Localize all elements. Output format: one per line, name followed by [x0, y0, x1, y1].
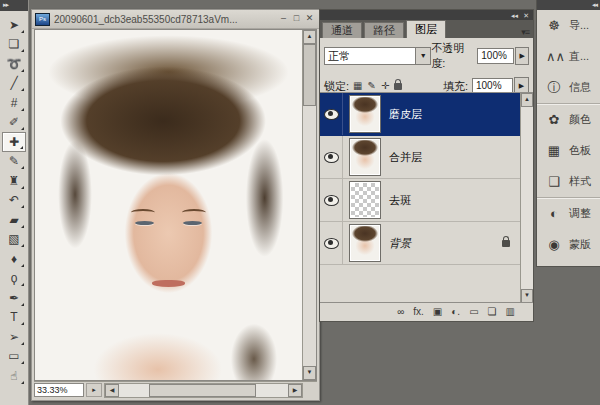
- layer-thumbnail[interactable]: [349, 95, 381, 133]
- tool-icon: ▭: [8, 350, 19, 362]
- opacity-label: 不透明度:: [431, 41, 473, 71]
- panel-grab-bar[interactable]: ◂◂ ✕: [320, 10, 533, 20]
- dock-label: 样式: [569, 174, 591, 189]
- dock-label: 调整: [569, 206, 591, 221]
- move-tool[interactable]: ➤: [2, 15, 26, 35]
- scroll-down-button[interactable]: ▼: [303, 366, 316, 380]
- navigator-panel[interactable]: ☸ 导...: [537, 10, 600, 41]
- history-brush-tool[interactable]: ↶: [2, 191, 26, 211]
- layer-thumbnail[interactable]: [349, 224, 381, 262]
- layer-scroll-track[interactable]: [521, 107, 533, 289]
- tool-icon: T: [10, 311, 17, 323]
- layer-mask-icon[interactable]: ▣: [433, 307, 442, 317]
- canvas-area[interactable]: [35, 30, 302, 380]
- lock-position-icon[interactable]: ✛: [381, 81, 389, 91]
- vertical-scrollbar[interactable]: ▲ ▼: [302, 30, 316, 380]
- opacity-field[interactable]: 100%: [477, 48, 514, 64]
- close-icon[interactable]: ✕: [523, 12, 529, 19]
- shape-tool[interactable]: ▭: [2, 347, 26, 367]
- link-layers-icon[interactable]: ∞: [397, 307, 404, 317]
- tool-list: ➤ ❏ ➰ ╱ # ✐: [0, 11, 28, 386]
- delete-layer-icon[interactable]: ▥: [506, 307, 515, 317]
- type-tool[interactable]: T: [2, 308, 26, 328]
- tool-icon: ╱: [10, 77, 17, 89]
- visibility-toggle[interactable]: [320, 222, 343, 264]
- tool-icon: ϙ: [11, 272, 18, 284]
- layer-list-scrollbar[interactable]: ▲ ▼: [520, 93, 533, 303]
- rectangular-marquee-tool[interactable]: ❏: [2, 35, 26, 55]
- layer-style-icon[interactable]: fx.: [413, 307, 424, 317]
- zoom-level-field[interactable]: 33.33%: [34, 383, 84, 397]
- layer-thumbnail[interactable]: [349, 181, 381, 219]
- lock-transparency-icon[interactable]: ▦: [353, 81, 362, 91]
- new-layer-icon[interactable]: ❏: [488, 307, 497, 317]
- scroll-left-button[interactable]: ◀: [105, 384, 119, 397]
- lock-paint-icon[interactable]: ✎: [368, 81, 376, 91]
- close-button[interactable]: ✕: [303, 13, 316, 25]
- dock-collapse-bar[interactable]: ◂◂: [537, 0, 600, 10]
- healing-brush-tool[interactable]: ✚: [2, 132, 26, 152]
- status-flag-icon[interactable]: ▸: [86, 383, 102, 397]
- visibility-toggle[interactable]: [320, 179, 343, 221]
- crop-tool[interactable]: #: [2, 93, 26, 113]
- document-titlebar[interactable]: Ps 20090601_dcb3eab55350cd78713aVm... – …: [32, 10, 319, 29]
- layer-thumbnail[interactable]: [349, 138, 381, 176]
- panel-tab[interactable]: 路径: [364, 22, 404, 38]
- visibility-toggle[interactable]: [320, 136, 343, 178]
- vertical-scroll-track[interactable]: [303, 44, 316, 366]
- horizontal-scroll-track[interactable]: [119, 384, 288, 397]
- swatches-panel[interactable]: ▦ 色板: [537, 135, 600, 166]
- slice-tool[interactable]: ╱: [2, 74, 26, 94]
- panel-tabs: 通道 路径 图层: [320, 20, 533, 38]
- styles-panel[interactable]: ❑ 样式: [537, 166, 600, 197]
- path-selection-tool[interactable]: ➢: [2, 327, 26, 347]
- brush-tool[interactable]: ✎: [2, 152, 26, 172]
- layer-row[interactable]: 磨皮层: [320, 93, 520, 136]
- photo-eye: [135, 221, 154, 225]
- vertical-scroll-thumb[interactable]: [303, 44, 316, 106]
- gradient-tool[interactable]: ▧: [2, 230, 26, 250]
- horizontal-scroll-thumb[interactable]: [149, 384, 256, 397]
- lock-icons: ▦ ✎ ✛: [353, 81, 402, 91]
- panel-tab[interactable]: 图层: [406, 20, 446, 38]
- minimize-button[interactable]: –: [277, 13, 290, 25]
- layers-panel: ◂◂ ✕ 通道 路径 图层 ▾≡ 正常 ▼ 不透明度: 100% ▶ 锁定:: [319, 9, 534, 322]
- adjustment-layer-icon[interactable]: ◐.: [451, 307, 460, 317]
- layer-name: 磨皮层: [389, 107, 422, 122]
- collapse-arrows-icon[interactable]: ◂◂: [511, 12, 518, 19]
- blend-mode-select[interactable]: 正常 ▼: [324, 47, 431, 65]
- layer-row[interactable]: 合并层: [320, 136, 520, 179]
- eraser-tool[interactable]: ▰: [2, 210, 26, 230]
- lasso-tool[interactable]: ➰: [2, 54, 26, 74]
- new-group-icon[interactable]: ▭: [469, 307, 478, 317]
- color-panel[interactable]: ✿ 颜色: [537, 103, 600, 135]
- histogram-icon: ∧∧: [546, 50, 562, 63]
- toolbox-collapse-bar[interactable]: ▸▸: [0, 0, 28, 11]
- eye-icon: [324, 109, 339, 120]
- hand-tool[interactable]: ☝: [2, 366, 26, 386]
- dodge-tool[interactable]: ϙ: [2, 269, 26, 289]
- layer-row[interactable]: 去斑: [320, 179, 520, 222]
- scroll-right-button[interactable]: ▶: [288, 384, 302, 397]
- layer-row[interactable]: 背景: [320, 222, 520, 265]
- lock-all-icon[interactable]: [394, 83, 402, 90]
- scroll-up-button[interactable]: ▲: [303, 30, 316, 44]
- panel-tab[interactable]: 通道: [322, 22, 362, 38]
- masks-panel[interactable]: ◉ 蒙版: [537, 229, 600, 260]
- blur-tool[interactable]: ♦: [2, 249, 26, 269]
- scroll-up-button[interactable]: ▲: [521, 93, 533, 107]
- adjustments-panel[interactable]: ◐ 调整: [537, 197, 600, 229]
- maximize-button[interactable]: □: [290, 13, 303, 25]
- adjustments-icon: ◐: [546, 207, 562, 220]
- horizontal-scrollbar[interactable]: ◀ ▶: [104, 383, 303, 398]
- clone-stamp-tool[interactable]: ♜: [2, 171, 26, 191]
- visibility-toggle[interactable]: [320, 93, 343, 135]
- scroll-down-button[interactable]: ▼: [521, 289, 533, 303]
- histogram-panel[interactable]: ∧∧ 直...: [537, 41, 600, 72]
- eyedropper-tool[interactable]: ✐: [2, 113, 26, 133]
- document-body: ▲ ▼: [34, 29, 317, 381]
- toolbox: ▸▸ ➤ ❏ ➰ ╱ #: [0, 0, 29, 405]
- info-panel[interactable]: ⓘ 信息: [537, 72, 600, 103]
- chevron-down-icon[interactable]: ▼: [415, 48, 430, 64]
- pen-tool[interactable]: ✒: [2, 288, 26, 308]
